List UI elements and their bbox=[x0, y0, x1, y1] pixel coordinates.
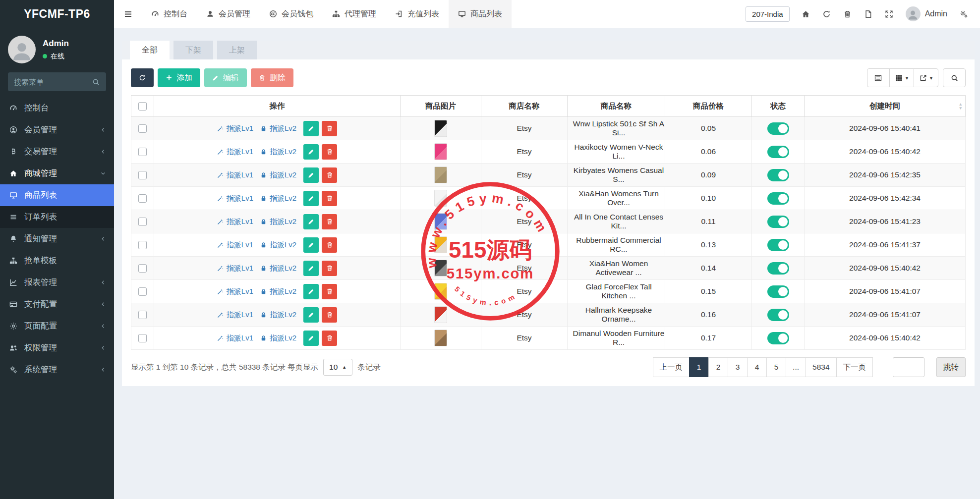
row-checkbox[interactable] bbox=[138, 218, 147, 226]
assign-lv1-link[interactable]: 指派Lv1 bbox=[217, 240, 253, 250]
assign-lv1-link[interactable]: 指派Lv1 bbox=[217, 333, 253, 343]
page-button[interactable]: 5834 bbox=[806, 357, 836, 377]
top-nav-tab[interactable]: 充值列表 bbox=[386, 0, 449, 28]
assign-lv1-link[interactable]: 指派Lv1 bbox=[217, 170, 253, 180]
export-button[interactable]: ▾ bbox=[914, 68, 938, 87]
row-delete-button[interactable] bbox=[322, 191, 337, 206]
top-nav-tab[interactable]: 会员钱包 bbox=[260, 0, 323, 28]
status-toggle[interactable] bbox=[767, 285, 789, 298]
select-all-checkbox[interactable] bbox=[138, 102, 147, 111]
status-toggle[interactable] bbox=[767, 216, 789, 228]
tab-off-shelf[interactable]: 下架 bbox=[173, 41, 213, 59]
detail-view-button[interactable] bbox=[867, 68, 890, 87]
status-toggle[interactable] bbox=[767, 239, 789, 251]
row-edit-button[interactable] bbox=[303, 331, 319, 346]
row-edit-button[interactable] bbox=[303, 307, 319, 323]
row-checkbox[interactable] bbox=[138, 287, 147, 296]
row-delete-button[interactable] bbox=[322, 121, 337, 136]
top-nav-tab[interactable]: 控制台 bbox=[142, 0, 197, 28]
row-checkbox[interactable] bbox=[138, 311, 147, 319]
assign-lv2-link[interactable]: 指派Lv2 bbox=[260, 217, 296, 226]
page-button[interactable]: 下一页 bbox=[836, 357, 873, 377]
status-toggle[interactable] bbox=[767, 122, 789, 135]
delete-button[interactable]: 删除 bbox=[251, 68, 293, 87]
row-delete-button[interactable] bbox=[322, 237, 337, 253]
assign-lv1-link[interactable]: 指派Lv1 bbox=[217, 147, 253, 157]
sidebar-item[interactable]: 订单列表 bbox=[0, 206, 114, 228]
row-edit-button[interactable] bbox=[303, 261, 319, 276]
top-nav-tab[interactable]: 会员管理 bbox=[197, 0, 260, 28]
sidebar-item[interactable]: 商品列表 bbox=[0, 184, 114, 206]
row-checkbox[interactable] bbox=[138, 171, 147, 179]
row-checkbox[interactable] bbox=[138, 194, 147, 203]
sidebar-item[interactable]: 报表管理 bbox=[0, 272, 114, 293]
clear-button[interactable] bbox=[837, 10, 858, 18]
tab-on-shelf[interactable]: 上架 bbox=[217, 41, 257, 59]
assign-lv1-link[interactable]: 指派Lv1 bbox=[217, 310, 253, 320]
status-toggle[interactable] bbox=[767, 309, 789, 321]
row-delete-button[interactable] bbox=[322, 331, 337, 346]
top-nav-tab[interactable]: 代理管理 bbox=[323, 0, 386, 28]
row-edit-button[interactable] bbox=[303, 191, 319, 206]
row-delete-button[interactable] bbox=[322, 214, 337, 229]
assign-lv2-link[interactable]: 指派Lv2 bbox=[260, 240, 296, 250]
assign-lv1-link[interactable]: 指派Lv1 bbox=[217, 287, 253, 296]
row-delete-button[interactable] bbox=[322, 167, 337, 183]
status-toggle[interactable] bbox=[767, 146, 789, 158]
top-nav-tab[interactable]: 商品列表 bbox=[449, 0, 512, 28]
search-input[interactable] bbox=[14, 78, 87, 86]
sidebar-item[interactable]: 页面配置 bbox=[0, 315, 114, 337]
sidebar-item[interactable]: 通知管理 bbox=[0, 228, 114, 250]
table-search-button[interactable] bbox=[943, 68, 966, 87]
sidebar-item[interactable]: 商城管理 bbox=[0, 163, 114, 184]
sidebar-item[interactable]: 支付配置 bbox=[0, 293, 114, 315]
sidebar-item[interactable]: 交易管理 bbox=[0, 141, 114, 163]
sidebar-item[interactable]: 权限管理 bbox=[0, 337, 114, 359]
row-edit-button[interactable] bbox=[303, 284, 319, 299]
row-delete-button[interactable] bbox=[322, 261, 337, 276]
sidebar-toggle-button[interactable] bbox=[114, 0, 142, 28]
cache-button[interactable] bbox=[858, 10, 879, 18]
page-button[interactable]: 5 bbox=[766, 357, 786, 377]
assign-lv2-link[interactable]: 指派Lv2 bbox=[260, 147, 296, 157]
tab-all[interactable]: 全部 bbox=[130, 41, 170, 59]
row-edit-button[interactable] bbox=[303, 237, 319, 253]
row-checkbox[interactable] bbox=[138, 264, 147, 273]
jump-page-input[interactable] bbox=[893, 357, 924, 377]
status-toggle[interactable] bbox=[767, 332, 789, 344]
page-button[interactable]: ... bbox=[786, 357, 806, 377]
row-edit-button[interactable] bbox=[303, 214, 319, 229]
assign-lv2-link[interactable]: 指派Lv2 bbox=[260, 194, 296, 203]
search-button[interactable] bbox=[87, 73, 104, 90]
fullscreen-button[interactable] bbox=[879, 10, 900, 18]
sidebar-item[interactable]: 抢单模板 bbox=[0, 250, 114, 272]
row-checkbox[interactable] bbox=[138, 241, 147, 249]
assign-lv2-link[interactable]: 指派Lv2 bbox=[260, 124, 296, 133]
sidebar-item[interactable]: 会员管理 bbox=[0, 119, 114, 141]
row-delete-button[interactable] bbox=[322, 284, 337, 299]
assign-lv2-link[interactable]: 指派Lv2 bbox=[260, 310, 296, 320]
columns-button[interactable]: ▾ bbox=[889, 68, 914, 87]
page-button[interactable]: 1 bbox=[689, 357, 709, 377]
page-button[interactable]: 2 bbox=[708, 357, 728, 377]
assign-lv1-link[interactable]: 指派Lv1 bbox=[217, 264, 253, 273]
sidebar-item[interactable]: 控制台 bbox=[0, 97, 114, 119]
status-toggle[interactable] bbox=[767, 262, 789, 275]
assign-lv1-link[interactable]: 指派Lv1 bbox=[217, 217, 253, 226]
refresh-table-button[interactable] bbox=[131, 68, 154, 87]
page-button[interactable]: 上一页 bbox=[653, 357, 690, 377]
jump-button[interactable]: 跳转 bbox=[936, 357, 966, 377]
row-delete-button[interactable] bbox=[322, 307, 337, 323]
row-edit-button[interactable] bbox=[303, 167, 319, 183]
row-delete-button[interactable] bbox=[322, 144, 337, 160]
edit-button[interactable]: 编辑 bbox=[204, 68, 247, 87]
status-toggle[interactable] bbox=[767, 192, 789, 205]
assign-lv1-link[interactable]: 指派Lv1 bbox=[217, 124, 253, 133]
user-menu[interactable]: Admin bbox=[900, 6, 953, 21]
row-edit-button[interactable] bbox=[303, 144, 319, 160]
row-checkbox[interactable] bbox=[138, 334, 147, 342]
refresh-button[interactable] bbox=[816, 10, 837, 18]
page-button[interactable]: 4 bbox=[747, 357, 767, 377]
assign-lv1-link[interactable]: 指派Lv1 bbox=[217, 194, 253, 203]
assign-lv2-link[interactable]: 指派Lv2 bbox=[260, 170, 296, 180]
